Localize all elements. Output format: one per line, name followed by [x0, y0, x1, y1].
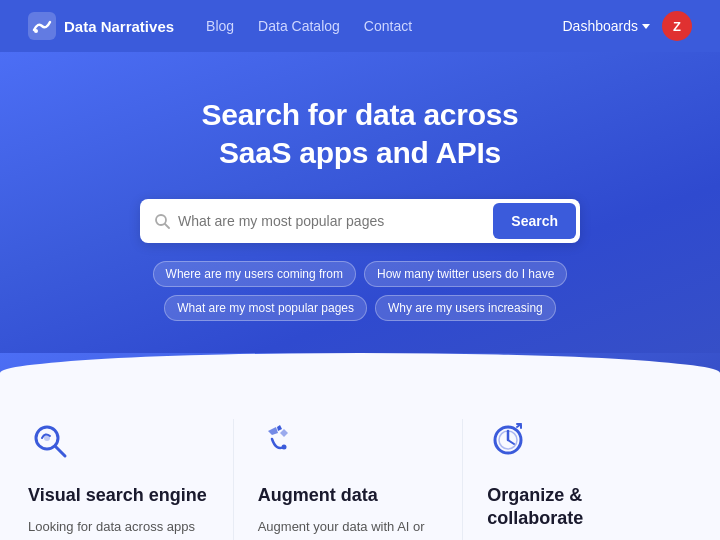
pill-3[interactable]: Why are my users increasing	[375, 295, 556, 321]
dashboards-label: Dashboards	[563, 18, 639, 34]
avatar-letter: Z	[673, 19, 681, 34]
feature-title-2: Organize & collaborate	[487, 484, 668, 529]
nav-links: Blog Data Catalog Contact	[206, 18, 562, 34]
svg-point-6	[44, 435, 50, 441]
hero-title: Search for data across SaaS apps and API…	[28, 96, 692, 171]
avatar[interactable]: Z	[662, 11, 692, 41]
features-section: Visual search engine Looking for data ac…	[0, 383, 720, 540]
search-bar: Search	[140, 199, 580, 243]
search-icon	[154, 213, 170, 229]
search-input[interactable]	[178, 213, 493, 229]
svg-line-5	[55, 446, 65, 456]
feature-icon-1	[258, 419, 439, 470]
logo[interactable]: Data Narratives	[28, 12, 174, 40]
wave-divider	[0, 353, 720, 383]
feature-desc-0: Looking for data across apps should not …	[28, 517, 209, 541]
navbar: Data Narratives Blog Data Catalog Contac…	[0, 0, 720, 52]
search-button[interactable]: Search	[493, 203, 576, 239]
dashboards-menu[interactable]: Dashboards	[563, 18, 651, 34]
feature-card-1: Augment data Augment your data with AI o…	[234, 419, 464, 540]
feature-card-2: Organize & collaborate Organize charts i…	[463, 419, 692, 540]
hero-title-line1: Search for data across	[202, 98, 519, 131]
feature-desc-1: Augment your data with AI or third party…	[258, 517, 439, 541]
nav-data-catalog[interactable]: Data Catalog	[258, 18, 340, 34]
logo-icon	[28, 12, 56, 40]
svg-line-11	[508, 440, 514, 444]
feature-icon-0	[28, 419, 209, 470]
pill-1[interactable]: How many twitter users do I have	[364, 261, 567, 287]
hero-title-line2: SaaS apps and APIs	[219, 136, 501, 169]
suggestion-pills: Where are my users coming from How many …	[28, 261, 692, 321]
feature-title-0: Visual search engine	[28, 484, 209, 507]
nav-right: Dashboards Z	[563, 11, 693, 41]
hero-section: Search for data across SaaS apps and API…	[0, 52, 720, 353]
svg-point-1	[34, 29, 38, 33]
chevron-down-icon	[642, 24, 650, 29]
nav-contact[interactable]: Contact	[364, 18, 412, 34]
svg-line-3	[165, 224, 169, 228]
svg-point-7	[281, 445, 286, 450]
pill-0[interactable]: Where are my users coming from	[153, 261, 356, 287]
nav-blog[interactable]: Blog	[206, 18, 234, 34]
pill-2[interactable]: What are my most popular pages	[164, 295, 367, 321]
feature-card-0: Visual search engine Looking for data ac…	[28, 419, 234, 540]
logo-text: Data Narratives	[64, 18, 174, 35]
feature-icon-2	[487, 419, 668, 470]
feature-title-1: Augment data	[258, 484, 439, 507]
